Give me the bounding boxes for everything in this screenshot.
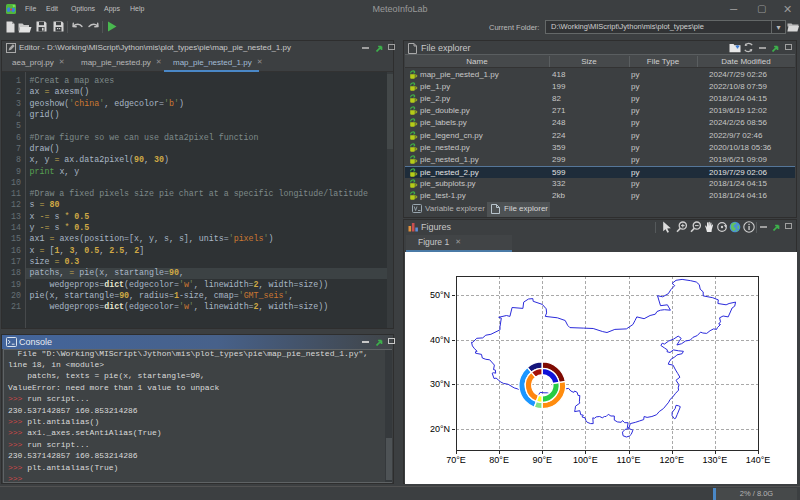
svg-text:130°E: 130°E [703,455,728,465]
svg-text:90°E: 90°E [532,455,552,465]
svg-text:40°N: 40°N [430,335,450,345]
svg-text:50°N: 50°N [430,290,450,300]
svg-text:80°E: 80°E [489,455,509,465]
svg-text:30°N: 30°N [430,379,450,389]
svg-text:120°E: 120°E [659,455,684,465]
svg-text:20°N: 20°N [430,424,450,434]
svg-text:70°E: 70°E [446,455,466,465]
svg-text:110°E: 110°E [617,455,641,465]
svg-text:140°E: 140°E [746,455,771,465]
svg-text:100°E: 100°E [573,455,598,465]
